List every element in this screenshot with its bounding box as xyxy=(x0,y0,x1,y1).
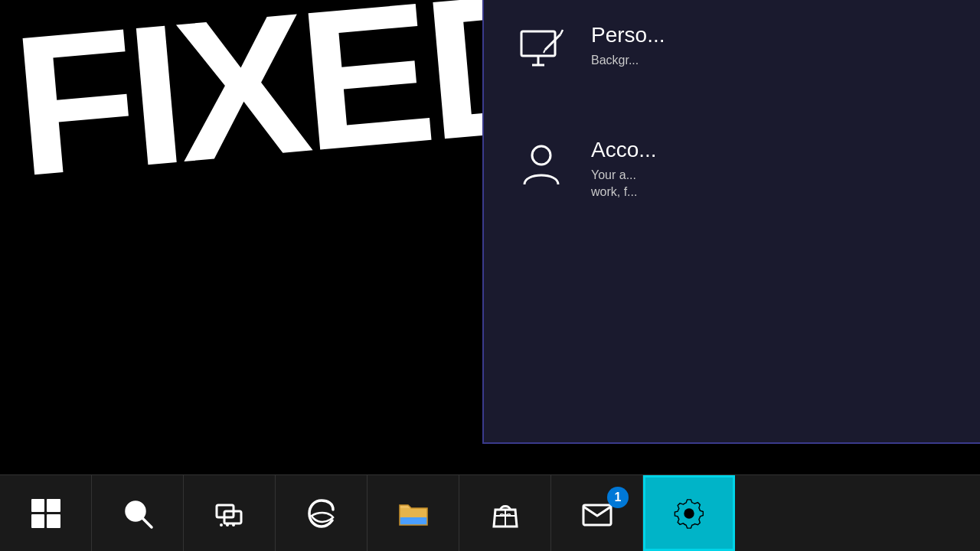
edge-icon xyxy=(305,497,338,530)
svg-point-13 xyxy=(232,523,235,527)
svg-line-4 xyxy=(560,30,563,34)
main-content-area: FIXED Perso... Backgr... xyxy=(0,0,980,474)
accounts-desc: Your a...work, f... xyxy=(591,167,657,201)
svg-point-11 xyxy=(220,523,223,527)
svg-point-6 xyxy=(532,146,550,165)
task-view-icon xyxy=(214,497,246,530)
settings-accounts-item[interactable]: Acco... Your a...work, f... xyxy=(484,115,980,224)
person-icon xyxy=(514,138,568,191)
personalization-title: Perso... xyxy=(591,23,665,47)
personalization-text: Perso... Backgr... xyxy=(591,23,665,69)
windows-logo-icon xyxy=(31,499,60,528)
taskbar-settings-button[interactable] xyxy=(643,475,735,551)
accounts-title: Acco... xyxy=(591,138,657,162)
taskbar-start-button[interactable] xyxy=(0,475,92,551)
svg-point-18 xyxy=(684,508,694,518)
taskbar-explorer-button[interactable] xyxy=(368,475,459,551)
mail-notification-badge: 1 xyxy=(607,487,629,508)
svg-rect-14 xyxy=(400,517,427,525)
svg-line-8 xyxy=(142,518,152,527)
taskbar-search-button[interactable] xyxy=(92,475,184,551)
svg-point-12 xyxy=(226,523,229,527)
taskbar-mail-button[interactable]: 1 xyxy=(551,475,643,551)
personalization-desc: Backgr... xyxy=(591,52,665,69)
settings-gear-icon xyxy=(673,497,705,530)
monitor-edit-icon xyxy=(514,23,568,77)
settings-context-panel: Perso... Backgr... Acco... Your a...work… xyxy=(482,0,980,444)
taskbar-edge-button[interactable] xyxy=(276,475,368,551)
search-icon xyxy=(122,497,154,530)
svg-line-3 xyxy=(545,34,560,50)
folder-icon xyxy=(397,497,430,530)
taskbar-task-view-button[interactable] xyxy=(184,475,276,551)
svg-line-5 xyxy=(544,50,545,53)
store-icon xyxy=(489,497,521,530)
taskbar: 1 xyxy=(0,474,980,551)
accounts-text: Acco... Your a...work, f... xyxy=(591,138,657,201)
taskbar-store-button[interactable] xyxy=(459,475,551,551)
settings-personalization-item[interactable]: Perso... Backgr... xyxy=(484,0,980,99)
